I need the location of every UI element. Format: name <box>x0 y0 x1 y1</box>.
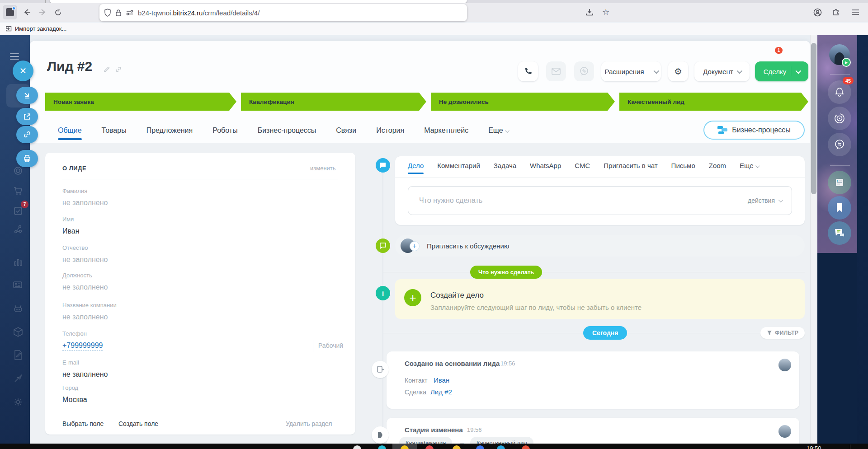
document-button[interactable]: Документ <box>694 61 750 81</box>
tab-products[interactable]: Товары <box>102 126 127 140</box>
stage-qualification[interactable]: Квалификация <box>241 93 426 111</box>
chat-transfer-button[interactable] <box>828 133 851 156</box>
stream-tab-zoom[interactable]: Zoom <box>709 162 726 174</box>
url-text[interactable]: b24-tqwnoi.bitrix24.ru/crm/lead/details/… <box>138 9 259 17</box>
copy-link-button[interactable] <box>16 126 38 143</box>
tab-links[interactable]: Связи <box>336 126 356 140</box>
target-icon[interactable] <box>13 165 24 176</box>
field-value[interactable]: не заполнено <box>62 313 108 321</box>
url-bar[interactable]: b24-tqwnoi.bitrix24.ru/crm/lead/details/… <box>99 4 467 21</box>
close-menu-button[interactable]: ✕ <box>13 61 33 81</box>
shield-icon[interactable] <box>104 9 111 17</box>
scrollbar-thumb[interactable] <box>811 43 816 194</box>
stream-tab-comment[interactable]: Комментарий <box>437 162 480 174</box>
tab-robots[interactable]: Роботы <box>212 126 237 140</box>
tab-history[interactable]: История <box>376 126 404 140</box>
import-bookmarks-label[interactable]: Импорт закладок... <box>15 25 66 32</box>
chats-button[interactable] <box>828 221 851 245</box>
cart-icon[interactable] <box>13 186 24 196</box>
edit-link[interactable]: изменить <box>310 165 336 172</box>
active-tab[interactable] <box>50 0 467 3</box>
account-icon[interactable] <box>811 6 824 19</box>
news-feed-button[interactable] <box>828 171 851 194</box>
menu-hamburger-icon[interactable] <box>849 6 862 19</box>
create-deal-button[interactable]: Сделку <box>755 61 808 81</box>
open-external-button[interactable] <box>16 108 38 125</box>
stream-tab-activity[interactable]: Дело <box>408 162 424 174</box>
taskbar-app-icon[interactable] <box>425 445 434 449</box>
tab-more[interactable]: Еще <box>488 126 508 140</box>
stream-tab-task[interactable]: Задача <box>494 162 516 174</box>
reload-button[interactable] <box>52 6 64 19</box>
print-button[interactable] <box>16 150 38 167</box>
chart-icon[interactable] <box>13 257 24 268</box>
stage-no-answer[interactable]: Не дозвонились <box>431 93 615 111</box>
taskbar[interactable]: 19:50 <box>0 444 868 449</box>
timeline-entry-created[interactable]: Создано на основании лида 19:56 Контакт … <box>387 351 799 409</box>
taskbar-app-icon[interactable] <box>497 445 505 449</box>
phone-link[interactable]: +799999999 <box>62 341 103 351</box>
stage-quality-lead[interactable]: Качественный лид <box>619 93 808 111</box>
contact-card-icon[interactable] <box>13 280 24 290</box>
email-button[interactable] <box>546 61 566 81</box>
field-value[interactable]: не заполнено <box>62 370 108 379</box>
settings-gear-icon[interactable] <box>13 397 24 407</box>
select-field-link[interactable]: Выбрать поле <box>62 420 104 428</box>
filter-button[interactable]: ФИЛЬТР <box>760 327 805 339</box>
todo-input[interactable] <box>419 187 708 215</box>
collapse-arrow-button[interactable] <box>16 87 38 104</box>
field-value[interactable]: не заполнено <box>62 199 108 207</box>
back-button[interactable] <box>21 6 33 19</box>
tab-marketplace[interactable]: Маркетплейс <box>424 126 468 140</box>
taskbar-app-icon[interactable] <box>476 445 484 449</box>
create-field-link[interactable]: Создать поле <box>118 420 158 428</box>
todo-pill-button[interactable]: Что нужно сделать <box>470 266 542 279</box>
stream-tab-letter[interactable]: Письмо <box>671 162 695 174</box>
forward-button[interactable] <box>36 6 49 19</box>
stream-tab-whatsapp[interactable]: WhatsApp <box>530 162 561 174</box>
tab-quotes[interactable]: Предложения <box>146 126 193 140</box>
tab-bizproc[interactable]: Бизнес-процессы <box>258 126 316 140</box>
bookmark-button[interactable] <box>828 196 851 220</box>
rocket-icon[interactable] <box>13 373 24 384</box>
phone-type-label[interactable]: Рабочий <box>318 342 343 349</box>
actions-dropdown[interactable]: действия <box>748 197 782 204</box>
extensions-button[interactable]: Расширения <box>601 61 661 81</box>
pulse-target-button[interactable] <box>828 107 851 130</box>
cube-icon[interactable] <box>13 327 24 337</box>
network-icon[interactable] <box>13 224 24 235</box>
taskbar-app-icon[interactable] <box>522 445 530 449</box>
stream-tab-invite-chat[interactable]: Пригласить в чат <box>604 162 657 174</box>
field-value[interactable]: Иван <box>62 227 80 235</box>
downloads-icon[interactable] <box>583 6 596 19</box>
stream-tab-sms[interactable]: СМС <box>575 162 590 174</box>
delete-section-link[interactable]: Удалить раздел <box>286 420 332 428</box>
settings-button[interactable]: ⚙ <box>668 61 688 81</box>
taskbar-app-icon[interactable] <box>353 445 361 449</box>
extensions-puzzle-icon[interactable] <box>830 6 843 19</box>
stage-new[interactable]: Новая заявка <box>45 93 236 111</box>
stream-tab-more[interactable]: Еще <box>740 162 759 174</box>
taskbar-app-icon[interactable] <box>378 445 386 449</box>
field-value[interactable]: не заполнено <box>62 283 108 291</box>
chat-exchange-button[interactable] <box>574 61 594 81</box>
bookmark-star-icon[interactable]: ☆ <box>599 6 612 19</box>
call-button[interactable] <box>518 61 538 81</box>
document-edit-icon[interactable] <box>13 350 24 360</box>
contact-link[interactable]: Иван <box>434 376 449 384</box>
field-value[interactable]: Москва <box>62 396 87 404</box>
invite-row[interactable]: + Пригласить к обсуждению <box>395 235 805 257</box>
plus-icon[interactable]: + <box>404 289 421 306</box>
sidebar-menu-icon[interactable] <box>10 53 19 60</box>
lock-icon[interactable] <box>115 9 122 17</box>
deal-link[interactable]: Лид #2 <box>430 388 452 396</box>
business-processes-button[interactable]: Бизнес-процессы <box>703 121 805 140</box>
firefox-view-button[interactable] <box>3 5 17 19</box>
copy-link-title-icon[interactable] <box>115 66 122 73</box>
edit-title-icon[interactable] <box>103 66 110 73</box>
permissions-icon[interactable] <box>126 9 134 16</box>
field-value[interactable]: не заполнено <box>62 256 108 264</box>
taskbar-app-icon[interactable] <box>453 445 461 449</box>
tab-general[interactable]: Общие <box>58 126 82 140</box>
copilot-robot-icon[interactable] <box>13 303 24 314</box>
